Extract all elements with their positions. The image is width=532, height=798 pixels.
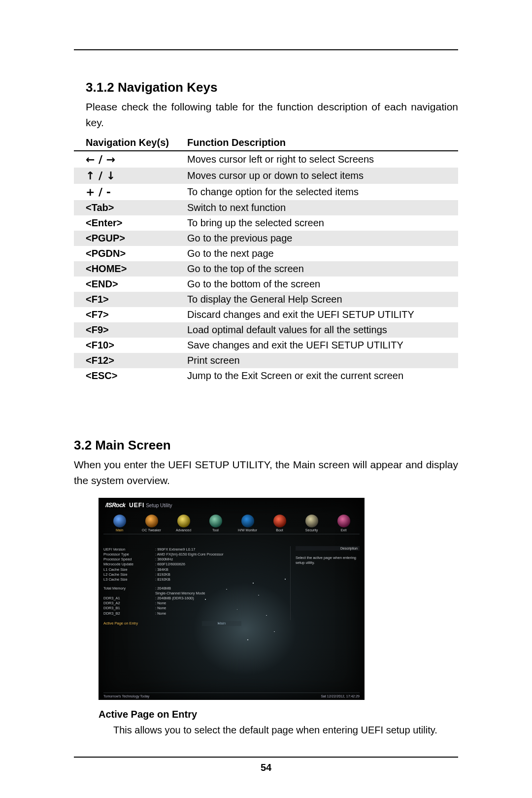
bios-tab-main[interactable]: Main [103,515,135,534]
bios-info-group: Total Memory2048MBSingle-Channel Memory … [103,586,251,616]
bios-tab-label: Tool [212,528,219,532]
table-row: ↑ / ↓Moves cursor up or down to select i… [74,168,458,184]
table-cell-key: <HOME> [74,261,187,277]
bios-info-value: AMD FX(tm)-8150 Eight-Core Processor [155,552,223,557]
bios-info-subline: Single-Channel Memory Mode [155,591,251,596]
bios-tab-label: OC Tweaker [142,528,161,532]
bios-info-row: L1 Cache Size384KB [103,567,251,572]
option-heading-active-page: Active Page on Entry [99,709,458,720]
bios-info-row: Processor Speed3600MHz [103,557,251,562]
bios-title-bar: /ISRock UEFI Setup Utility [104,502,172,509]
table-row: + / -To change option for the selected i… [74,184,458,200]
bios-info-key: DDR3_B2 [103,611,155,616]
table-row: <PGUP>Go to the previous page [74,231,458,246]
table-cell-func: Jump to the Exit Screen or exit the curr… [187,368,458,383]
table-row: <Enter>To bring up the selected screen [74,215,458,231]
bios-description-header: Description [296,546,360,551]
table-cell-func: Print screen [187,353,458,368]
table-cell-key: <Tab> [74,200,187,215]
table-cell-func: Load optimal default values for all the … [187,322,458,338]
table-row: <F10>Save changes and exit the UEFI SETU… [74,338,458,353]
table-cell-key: <F12> [74,353,187,368]
bios-info-key: DDR3_A2 [103,601,155,606]
table-cell-func: Go to the next page [187,246,458,261]
table-cell-key: <F7> [74,307,187,322]
exit-icon [337,515,350,527]
table-row: <ESC>Jump to the Exit Screen or exit the… [74,368,458,383]
table-cell-key: <Enter> [74,215,187,231]
bios-info-row: DDR3_B2None [103,611,251,616]
bios-info-value: 2048MB [155,586,171,591]
bios-tab-label: Advanced [176,528,191,532]
bios-tab-label: Exit [341,528,347,532]
bios-info-row: Microcode Update600F12/6000626 [103,562,251,567]
bios-info-value: None [155,611,166,616]
bios-info-key: DDR3_B1 [103,606,155,611]
table-row: <PGDN>Go to the next page [74,246,458,261]
table-cell-func: To change option for the selected items [187,184,458,200]
tool-icon [209,515,222,527]
bios-info-row: L3 Cache Size8192KB [103,577,251,582]
table-cell-func: Moves cursor left or right to select Scr… [187,151,458,168]
bios-info-key: L2 Cache Size [103,572,155,577]
table-cell-key: <PGUP> [74,231,187,246]
table-row: <Tab>Switch to next function [74,200,458,215]
table-cell-func: To bring up the selected screen [187,215,458,231]
bios-info-key: Microcode Update [103,562,155,567]
table-row: <END>Go to the bottom of the screen [74,277,458,292]
table-cell-func: To display the General Help Screen [187,292,458,307]
bios-tab-label: Security [305,528,318,532]
bios-current-item-value: Main [202,621,241,626]
bios-description-panel: Description Select the active page when … [290,546,360,620]
bios-tab-security[interactable]: Security [296,515,328,534]
bios-tab-exit[interactable]: Exit [328,515,360,534]
bios-info-key: Processor Speed [103,557,155,562]
intro-text-nav-keys: Please check the following table for the… [86,99,458,130]
table-cell-func: Save changes and exit the UEFI SETUP UTI… [187,338,458,353]
bios-brand-logo: /ISRock [104,502,127,509]
bios-tab-advanced[interactable]: Advanced [167,515,200,534]
table-row: <HOME>Go to the top of the screen [74,261,458,277]
bios-info-row: UEFI Version990FX Extreme9 L0.17 [103,547,251,552]
bios-info-value: 2048MB (DDR3-1600) [155,596,194,601]
security-icon [305,515,318,527]
table-cell-key: <PGDN> [74,246,187,261]
bios-tab-label: Boot [276,528,283,532]
table-cell-key: <END> [74,277,187,292]
bios-info-value: 384KB [155,567,168,572]
table-row: <F12>Print screen [74,353,458,368]
bios-info-value: None [155,601,166,606]
bios-info-panel: UEFI Version990FX Extreme9 L0.17Processo… [103,547,251,626]
bios-info-row: DDR3_A2None [103,601,251,606]
page-number: 54 [0,762,532,773]
boot-icon [273,515,286,527]
bios-description-body: Select the active page when entering set… [296,555,360,565]
bios-info-key: DDR3_A1 [103,596,155,601]
bios-tab-boot[interactable]: Boot [264,515,296,534]
bios-info-key: UEFI Version [103,547,155,552]
table-cell-func: Moves cursor up or down to select items [187,168,458,184]
section-title-nav-keys: 3.1.2 Navigation Keys [86,80,458,95]
main-icon [113,515,126,527]
bios-info-group: UEFI Version990FX Extreme9 L0.17Processo… [103,547,251,582]
bios-current-item[interactable]: Active Page on EntryMain [103,621,251,626]
bios-tab-h-w-monitor[interactable]: H/W Monitor [232,515,264,534]
bios-info-row: Processor TypeAMD FX(tm)-8150 Eight-Core… [103,552,251,557]
bios-info-row: Total Memory2048MB [103,586,251,591]
bios-uefi-label: UEFI [129,502,144,509]
table-cell-key: <F10> [74,338,187,353]
table-cell-func: Discard changes and exit the UEFI SETUP … [187,307,458,322]
bios-info-value: 8192KB [155,572,170,577]
bios-tab-oc-tweaker[interactable]: OC Tweaker [135,515,167,534]
bios-footer-right: Sat 12/22/2012, 17:42:29 [321,694,360,698]
bios-tab-tool[interactable]: Tool [200,515,232,534]
table-cell-key: + / - [74,184,187,200]
bios-info-key: L1 Cache Size [103,567,155,572]
bios-info-value: 3600MHz [155,557,173,562]
navigation-keys-table: Navigation Key(s) Function Description ←… [74,136,458,383]
table-header-func: Function Description [187,136,458,151]
bios-footer-left: Tomorrow's Technology Today [103,694,149,698]
bios-info-key: Total Memory [103,586,155,591]
bios-info-key: Processor Type [103,552,155,557]
bios-info-row: DDR3_B1None [103,606,251,611]
